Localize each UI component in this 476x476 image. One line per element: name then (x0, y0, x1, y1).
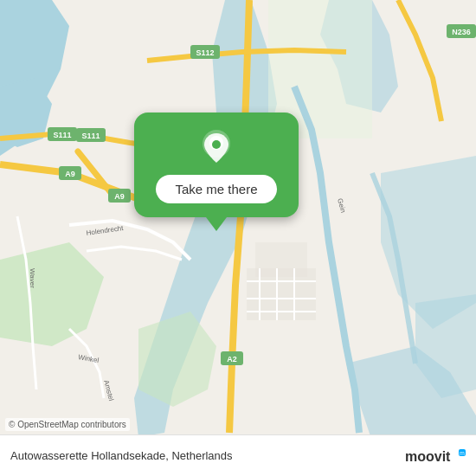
svg-text:A9: A9 (65, 170, 75, 178)
map-background: S111 A9 A9 S112 S111 N236 A2 Holendrecht… (0, 0, 476, 476)
svg-text:S111: S111 (53, 131, 71, 139)
take-me-there-button[interactable]: Take me there (156, 175, 276, 203)
svg-text:S111: S111 (81, 132, 100, 140)
svg-text:A9: A9 (114, 192, 125, 201)
copyright-text: © OpenStreetMap contributors (5, 418, 130, 431)
popup-bubble: Take me there (134, 113, 299, 217)
moovit-logo: moovit m (405, 446, 466, 466)
location-popup: Take me there (134, 113, 299, 231)
svg-rect-3 (255, 242, 307, 277)
svg-text:A2: A2 (227, 355, 237, 363)
svg-text:Waver: Waver (29, 268, 36, 288)
popup-tail (206, 217, 227, 231)
bottom-bar: Autowasserette Hollandsekade, Netherland… (0, 434, 476, 476)
svg-point-31 (212, 140, 221, 149)
svg-text:moovit: moovit (405, 449, 451, 464)
svg-text:N236: N236 (452, 28, 471, 36)
map-container[interactable]: S111 A9 A9 S112 S111 N236 A2 Holendrecht… (0, 0, 476, 476)
location-name: Autowasserette Hollandsekade, Netherland… (10, 449, 233, 462)
location-pin-icon (197, 128, 235, 166)
svg-text:m: m (460, 450, 465, 456)
moovit-logo-icon: moovit m (405, 446, 466, 466)
svg-text:S112: S112 (196, 48, 214, 57)
